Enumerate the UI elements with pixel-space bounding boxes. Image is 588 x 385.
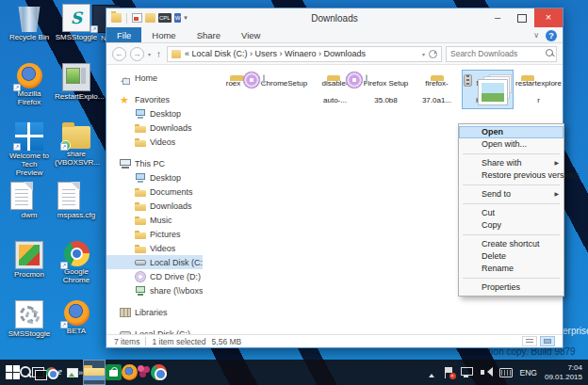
context-menu-item[interactable]: Delete — [459, 250, 564, 263]
sidebar-item[interactable]: Local Disk (C:) — [106, 255, 203, 269]
ribbon-tab[interactable]: Share — [187, 27, 231, 42]
sidebar-item[interactable]: Favorites — [106, 92, 203, 106]
sidebar-item[interactable]: share (\\vboxsrv) — [106, 283, 203, 297]
ChromeSetup[interactable]: ChromeSetup — [259, 71, 309, 108]
ribbon-collapse-chevron-icon[interactable]: ∨ — [533, 31, 539, 40]
sidebar-item-label: This PC — [135, 159, 165, 168]
desktop-icon[interactable]: ↗ SMSStoggle — [8, 298, 51, 358]
sidebar-item[interactable]: Downloads — [106, 199, 203, 213]
qat-cpl-icon[interactable]: CPL — [158, 13, 172, 23]
address-dropdown-icon[interactable]: ▾ — [422, 51, 425, 57]
sidebar-item-icon — [120, 307, 131, 318]
context-menu-item[interactable]: Cut — [459, 207, 564, 219]
search-icon[interactable] — [545, 48, 556, 59]
desktop-icon[interactable]: ↗ RestartExplo... — [55, 61, 98, 120]
sidebar-item[interactable]: Desktop — [106, 170, 203, 184]
file-explorer-button[interactable] — [83, 360, 106, 385]
quicklaunch-chrome[interactable] — [46, 360, 57, 385]
sidebar-item[interactable]: Libraries — [106, 305, 203, 319]
taskbar-search-button[interactable] — [20, 360, 32, 385]
shortcut-arrow-icon: ↗ — [60, 262, 68, 269]
sidebar-item[interactable]: Downloads — [106, 120, 203, 135]
task-view-button[interactable] — [32, 360, 46, 385]
quicklaunch-ie[interactable] — [57, 360, 67, 385]
sidebar-item[interactable]: This PC — [106, 156, 203, 170]
close-button[interactable]: × — [534, 8, 563, 27]
network-icon[interactable] — [461, 367, 473, 377]
Nature HD#47[interactable]: Nature HD#47 — [463, 71, 513, 108]
ribbon-tab[interactable]: View — [231, 27, 270, 42]
language-indicator[interactable]: ENG — [520, 368, 537, 377]
desktop-icon[interactable]: ↗ mspass.cfg — [55, 180, 98, 239]
start-button[interactable] — [6, 360, 20, 385]
desktop-icon[interactable]: ↗ Google Chrome — [55, 239, 98, 298]
view-toggles — [522, 336, 555, 346]
sidebar-item[interactable]: Videos — [106, 241, 203, 255]
context-menu-item[interactable]: Send to — [459, 188, 564, 201]
help-icon[interactable]: ? — [546, 30, 557, 41]
context-menu-item[interactable]: Share with — [459, 157, 564, 169]
sidebar-item[interactable]: Music — [106, 213, 203, 227]
minimize-button[interactable]: – — [485, 8, 510, 27]
ribbon-tab[interactable]: Home — [141, 27, 186, 42]
history-chevron-icon[interactable]: ▾ — [148, 51, 151, 57]
qat-page-icon[interactable] — [132, 13, 142, 23]
pink-app-button[interactable] — [138, 360, 151, 385]
context-menu-item[interactable]: Create shortcut — [459, 238, 564, 250]
qat-folder-icon[interactable] — [145, 13, 155, 23]
firefox-button[interactable] — [122, 360, 138, 385]
sidebar-item-icon — [135, 257, 146, 268]
system-tray: × ENG 7:04 09.01.2015 — [428, 363, 588, 382]
sidebar-item-label: Music — [150, 216, 172, 225]
search-input[interactable] — [447, 49, 545, 58]
volume-icon[interactable] — [481, 367, 492, 377]
restartexplorer[interactable]: restartexplorer — [514, 71, 564, 108]
forward-icon[interactable]: → — [130, 47, 144, 61]
action-center-icon[interactable]: × — [444, 367, 453, 378]
sidebar-item[interactable]: Desktop — [106, 106, 203, 120]
sidebar-item[interactable]: Home — [106, 71, 203, 85]
refresh-icon[interactable] — [429, 50, 437, 58]
keyboard-icon[interactable] — [499, 368, 513, 377]
back-icon[interactable]: ← — [112, 47, 126, 61]
breadcrumb[interactable]: « Local Disk (C:) › Users › Winaero › Do… — [185, 49, 366, 58]
desktop-icon[interactable]: ↗ share (VBOXSVR... — [55, 120, 98, 180]
context-menu-item[interactable]: Open — [459, 126, 564, 138]
sidebar-item-icon — [135, 136, 146, 148]
desktop-icon-grid: ↗ Recycle Bin ↗ SMSStoggle ↗ Mozilla Fir… — [8, 2, 98, 358]
Firefox Setup 35.0b8[interactable]: Firefox Setup 35.0b8 — [361, 71, 411, 108]
ribbon-tab[interactable]: File — [106, 27, 141, 42]
sidebar-item[interactable]: Pictures — [106, 227, 203, 241]
sidebar-item[interactable]: Local Disk (C:) — [106, 327, 203, 334]
thumbnail-view-icon[interactable] — [540, 336, 555, 346]
store-button[interactable] — [106, 360, 122, 385]
maximize-button[interactable] — [510, 8, 534, 27]
context-menu-item-label: Cut — [482, 208, 495, 217]
qat-customize-chevron-icon[interactable]: ▾ — [184, 14, 188, 22]
chrome-button[interactable] — [151, 360, 167, 385]
context-menu-item[interactable]: Restore previous versions — [459, 169, 564, 182]
sidebar-item-icon — [135, 122, 146, 134]
desktop-icon[interactable]: ↗ Mozilla Firefox — [8, 61, 51, 120]
desktop-icon[interactable]: ↗ Recycle Bin — [8, 2, 51, 61]
qat-wordpad-icon[interactable]: W — [174, 13, 182, 23]
taskbar-buttons: » — [0, 360, 167, 385]
desktop-icon[interactable]: ↗ dwm — [8, 180, 51, 239]
desktop-icon[interactable]: ↗ Welcome to Tech Preview — [8, 120, 51, 180]
desktop-icon[interactable]: ↗ BETA — [55, 298, 98, 358]
context-menu-item[interactable]: Rename — [459, 263, 564, 275]
quicklaunch-image[interactable] — [67, 360, 78, 385]
sidebar-item[interactable]: Documents — [106, 184, 203, 199]
tray-expand-icon[interactable] — [428, 369, 436, 377]
sidebar-item[interactable]: Videos — [106, 135, 203, 149]
details-view-icon[interactable] — [522, 336, 537, 346]
context-menu-item[interactable]: Copy — [459, 219, 564, 232]
clock[interactable]: 7:04 09.01.2015 — [545, 363, 582, 382]
sidebar-item[interactable]: CD Drive (D:) Virtu — [106, 269, 203, 283]
context-menu-item[interactable]: Open with... — [459, 138, 564, 151]
up-icon[interactable]: ↑ — [156, 49, 161, 59]
context-menu-item[interactable]: Properties — [459, 281, 564, 294]
address-box[interactable]: « Local Disk (C:) › Users › Winaero › Do… — [167, 46, 442, 62]
desktop-icon[interactable]: ↗ Procmon — [8, 239, 51, 298]
firefox-37.0a1...[interactable]: firefox-37.0a1... — [412, 71, 462, 108]
